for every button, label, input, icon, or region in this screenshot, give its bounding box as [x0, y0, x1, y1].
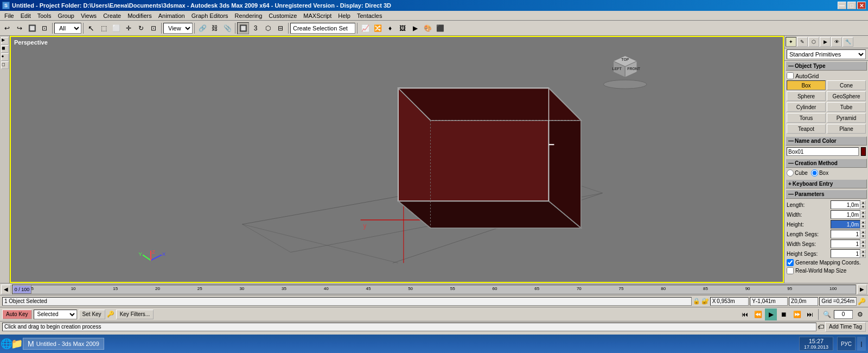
snap-button[interactable]: 🔲 [237, 22, 249, 34]
height-segs-input[interactable] [831, 249, 860, 258]
cube-radio[interactable] [787, 169, 794, 177]
height-input[interactable] [831, 220, 860, 229]
3dsmax-taskbar-item[interactable]: M Untitled - 3ds Max 2009 [23, 338, 104, 350]
rp-tab-display[interactable]: 👁 [831, 37, 842, 47]
geosphere-button[interactable]: GeoSphere [827, 91, 866, 101]
left-tool-4[interactable]: ◻ [1, 61, 9, 69]
go-end-button[interactable]: ⏭ [804, 308, 816, 320]
render-scene-button[interactable]: 🖼 [397, 22, 409, 34]
maximize-button[interactable]: □ [847, 2, 856, 9]
move-button[interactable]: ✛ [123, 22, 135, 34]
next-frame-button[interactable]: ⏩ [791, 308, 803, 320]
length-segs-spin-down[interactable]: ▼ [860, 234, 866, 238]
select-region-box-button[interactable]: ⬜ [110, 22, 122, 34]
cube-radio-label[interactable]: Cube [787, 169, 808, 177]
object-type-section-header[interactable]: — Object Type [786, 61, 867, 71]
rp-tab-create[interactable]: ✦ [786, 37, 796, 47]
align-button[interactable]: ⊟ [275, 22, 286, 34]
link-button[interactable]: 🔗 [196, 22, 208, 34]
redo-button[interactable]: ↪ [14, 22, 25, 34]
torus-button[interactable]: Torus [787, 113, 826, 123]
menu-views[interactable]: Views [78, 11, 100, 20]
autogrid-checkbox[interactable] [787, 72, 794, 79]
rp-tab-hierarchy[interactable]: ⬡ [808, 37, 819, 47]
show-desktop-button[interactable]: | [857, 337, 866, 351]
select-tool-button[interactable]: ↖ [85, 22, 97, 34]
box-radio-label[interactable]: Box [811, 169, 828, 177]
parameters-section-header[interactable]: — Parameters [786, 190, 867, 199]
unlink-button[interactable]: ⛓ [209, 22, 221, 34]
rp-tab-motion[interactable]: ▶ [820, 37, 831, 47]
select-by-name-button[interactable]: ⊡ [39, 22, 50, 34]
width-spin-up[interactable]: ▲ [860, 210, 866, 215]
select-object-button[interactable]: 🔲 [26, 22, 38, 34]
width-input[interactable] [831, 210, 860, 219]
color-swatch[interactable] [861, 147, 866, 156]
stop-button[interactable]: ⏹ [778, 308, 790, 320]
creation-method-section-header[interactable]: — Creation Method [786, 159, 867, 168]
ie-icon[interactable]: 🌐 [2, 339, 11, 348]
y-coord-input[interactable] [756, 298, 786, 305]
select-region-button[interactable]: ⬚ [98, 22, 110, 34]
quick-render-button[interactable]: ▶ [409, 22, 421, 34]
folder-icon[interactable]: 📁 [12, 339, 21, 348]
teapot-button[interactable]: Teapot [787, 124, 826, 134]
select-filter-dropdown[interactable]: All [54, 23, 81, 34]
height-segs-spin-down[interactable]: ▼ [860, 254, 866, 258]
x-coord-input[interactable] [717, 298, 746, 305]
snap-angle-button[interactable]: 3 [250, 22, 261, 34]
timeline-ruler[interactable]: 0 / 100 51015202530354045505560657075808… [12, 285, 856, 294]
length-segs-spin-up[interactable]: ▲ [860, 230, 866, 234]
width-segs-spin-down[interactable]: ▼ [860, 244, 866, 248]
tl-prev-btn[interactable]: ◀ [1, 285, 11, 294]
tl-next-btn[interactable]: ▶ [857, 285, 867, 294]
width-segs-input[interactable] [831, 239, 860, 248]
curve-editor-button[interactable]: 📈 [359, 22, 371, 34]
length-spin-up[interactable]: ▲ [860, 200, 866, 205]
scale-button[interactable]: ⊡ [148, 22, 159, 34]
width-spin-down[interactable]: ▼ [860, 215, 866, 219]
length-input[interactable] [831, 200, 860, 209]
left-tool-3[interactable]: ● [1, 53, 9, 61]
cone-button[interactable]: Cone [827, 80, 866, 90]
name-color-section-header[interactable]: — Name and Color [786, 136, 867, 146]
go-start-button[interactable]: ⏮ [739, 308, 751, 320]
left-tool-1[interactable]: ▶ [1, 37, 9, 45]
gen-mapping-checkbox[interactable] [787, 259, 794, 266]
real-world-checkbox[interactable] [787, 267, 794, 274]
view-dropdown[interactable]: View [163, 23, 193, 34]
box-button[interactable]: Box [787, 80, 826, 90]
schematic-button[interactable]: 🔀 [372, 22, 384, 34]
plane-button[interactable]: Plane [827, 124, 866, 134]
menu-group[interactable]: Group [54, 11, 78, 20]
add-time-tag-button[interactable]: Add Time Tag [825, 322, 866, 332]
render-framebuffer-button[interactable]: ⬛ [434, 22, 446, 34]
create-selection-set-input[interactable] [290, 23, 355, 34]
set-key-button[interactable]: Set Key [79, 310, 105, 319]
menu-tools[interactable]: Tools [34, 11, 55, 20]
keyboard-entry-section-header[interactable]: + Keyboard Entry [786, 179, 867, 188]
sphere-button[interactable]: Sphere [787, 91, 826, 101]
height-spin-down[interactable]: ▼ [860, 224, 866, 229]
rotate-button[interactable]: ↻ [135, 22, 147, 34]
left-tool-2[interactable]: ◼ [1, 45, 9, 53]
object-name-input[interactable] [787, 147, 859, 156]
menu-rendering[interactable]: Rendering [232, 11, 266, 20]
cylinder-button[interactable]: Cylinder [787, 102, 826, 112]
bind-button[interactable]: 📎 [221, 22, 233, 34]
length-spin-down[interactable]: ▼ [860, 205, 866, 209]
play-button[interactable]: ▶ [765, 308, 777, 320]
box-radio[interactable] [811, 169, 818, 177]
height-spin-up[interactable]: ▲ [860, 220, 866, 224]
width-segs-spin-up[interactable]: ▲ [860, 239, 866, 244]
rp-tab-modify[interactable]: ✎ [797, 37, 808, 47]
menu-create[interactable]: Create [100, 11, 124, 20]
close-button[interactable]: ✕ [857, 2, 866, 9]
rp-tab-utilities[interactable]: 🔧 [843, 37, 853, 47]
z-coord-input[interactable] [794, 298, 816, 305]
selected-dropdown[interactable]: Selected [34, 310, 77, 319]
menu-file[interactable]: File [1, 11, 17, 20]
prev-frame-button[interactable]: ⏪ [752, 308, 764, 320]
key-filters-button[interactable]: Key Filters... [116, 310, 154, 319]
auto-key-button[interactable]: Auto Key [2, 310, 32, 319]
